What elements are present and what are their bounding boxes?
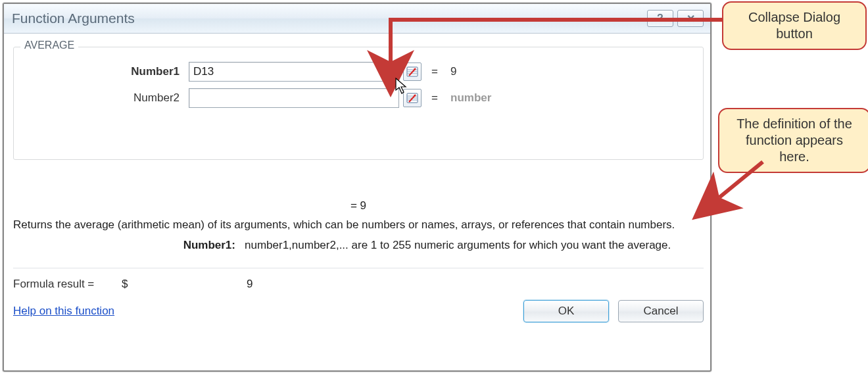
arg1-result: 9 — [446, 65, 604, 78]
argument-description-row: Number1: number1,number2,... are 1 to 25… — [13, 239, 704, 252]
arguments-group: AVERAGE Number1 = — [13, 47, 704, 160]
formula-result-row: Formula result = $ 9 — [13, 278, 704, 291]
separator — [13, 268, 704, 268]
argument-row-1: Number1 = 9 — [34, 61, 696, 83]
argument-row-2: Number2 = number — [34, 87, 696, 109]
formula-result-label: Formula result = — [13, 278, 122, 291]
function-description: Returns the average (arithmetic mean) of… — [13, 216, 704, 234]
formula-result-value: 9 — [148, 278, 345, 291]
dialog-footer: Help on this function OK Cancel — [13, 300, 704, 322]
titlebar-buttons: ? ✕ — [647, 10, 705, 27]
cancel-button[interactable]: Cancel — [618, 300, 704, 322]
equals-sign: = — [427, 91, 443, 105]
argument-description-text: number1,number2,... are 1 to 255 numeric… — [245, 239, 704, 252]
function-name-legend: AVERAGE — [20, 39, 78, 51]
dialog-title: Function Arguments — [9, 11, 647, 26]
collapse-dialog-button-2[interactable] — [403, 89, 422, 107]
overall-result: = 9 — [13, 199, 704, 213]
callout-function-definition: The definition of the function appears h… — [718, 108, 868, 173]
collapse-dialog-button-1[interactable] — [403, 63, 422, 81]
formula-result-currency: $ — [122, 278, 148, 291]
close-button[interactable]: ✕ — [677, 10, 704, 27]
help-button[interactable]: ? — [647, 10, 673, 27]
collapse-dialog-icon — [406, 66, 418, 78]
callout-collapse-dialog: Collapse Dialog button — [722, 1, 867, 50]
argument-description-key: Number1: — [13, 239, 235, 252]
arg2-label: Number2 — [34, 91, 185, 105]
arg2-input[interactable] — [189, 88, 399, 108]
function-arguments-dialog: Function Arguments ? ✕ AVERAGE Number1 — [3, 3, 711, 372]
dialog-body: AVERAGE Number1 = — [4, 34, 710, 329]
collapse-dialog-icon — [406, 92, 418, 104]
arg1-input[interactable] — [189, 62, 399, 82]
equals-sign: = — [427, 65, 443, 78]
arg2-result: number — [446, 91, 604, 105]
arg1-label: Number1 — [34, 65, 185, 78]
titlebar: Function Arguments ? ✕ — [4, 4, 710, 34]
ok-button[interactable]: OK — [523, 300, 609, 322]
help-link[interactable]: Help on this function — [13, 305, 114, 318]
